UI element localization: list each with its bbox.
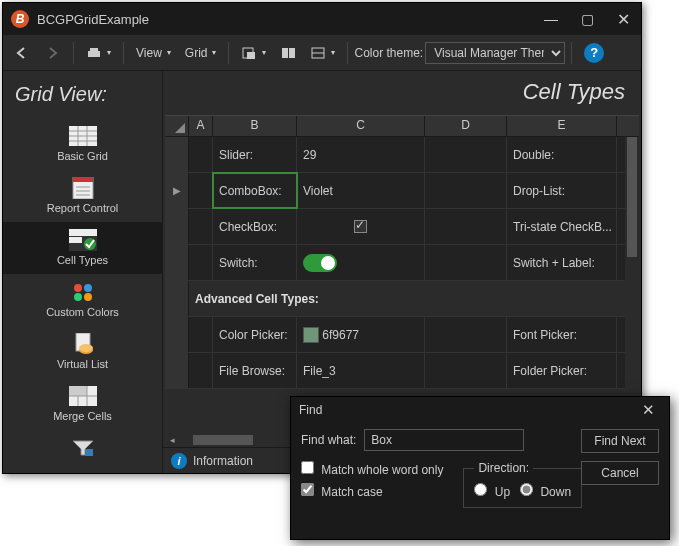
cell-label[interactable]: Switch: bbox=[213, 245, 297, 280]
merge-icon bbox=[67, 384, 99, 408]
cell-value[interactable]: 29 bbox=[297, 137, 425, 172]
grid-row: File Browse: File_3 Folder Picker: bbox=[165, 353, 639, 389]
sidebar-item-merge-cells[interactable]: Merge Cells bbox=[3, 378, 162, 430]
tool-button-3[interactable] bbox=[304, 42, 341, 64]
switch-cell[interactable] bbox=[297, 245, 425, 280]
row-header-current[interactable]: ▶ bbox=[165, 173, 189, 208]
dialog-titlebar: Find ✕ bbox=[291, 397, 669, 423]
status-text: Information bbox=[193, 454, 253, 468]
svg-rect-1 bbox=[90, 48, 98, 51]
grid-row: Slider: 29 Double: bbox=[165, 137, 639, 173]
cell-label[interactable]: Double: bbox=[507, 137, 617, 172]
svg-rect-31 bbox=[69, 386, 87, 396]
grid-row: ▶ ComboBox: Violet Drop-List: bbox=[165, 173, 639, 209]
scrollbar-thumb[interactable] bbox=[193, 435, 253, 445]
cell-label[interactable]: Color Picker: bbox=[213, 317, 297, 352]
cell-label[interactable]: ComboBox: bbox=[213, 173, 297, 208]
grid-row: Color Picker: 6f9677 Font Picker: bbox=[165, 317, 639, 353]
svg-rect-20 bbox=[69, 229, 97, 236]
cancel-button[interactable]: Cancel bbox=[581, 461, 659, 485]
find-dialog: Find ✕ Find what: Match whole word only … bbox=[290, 396, 670, 540]
dialog-close-button[interactable]: ✕ bbox=[635, 401, 661, 419]
cell-label[interactable]: CheckBox: bbox=[213, 209, 297, 244]
col-header-b[interactable]: B bbox=[213, 116, 297, 136]
sidebar: Grid View: Basic Grid Report Control Cel… bbox=[3, 71, 163, 473]
find-next-button[interactable]: Find Next bbox=[581, 429, 659, 453]
cell-label[interactable]: Drop-List: bbox=[507, 173, 617, 208]
svg-point-29 bbox=[79, 344, 93, 352]
svg-rect-3 bbox=[247, 52, 255, 59]
close-button[interactable]: ✕ bbox=[605, 3, 641, 35]
svg-rect-4 bbox=[282, 48, 288, 58]
row-header[interactable] bbox=[165, 137, 189, 172]
print-button[interactable] bbox=[80, 42, 117, 64]
svg-point-23 bbox=[74, 284, 82, 292]
vertical-scrollbar[interactable]: ▾ bbox=[625, 137, 639, 433]
help-button[interactable]: ? bbox=[584, 43, 604, 63]
scrollbar-thumb[interactable] bbox=[627, 137, 637, 257]
grid-menu[interactable]: Grid bbox=[179, 42, 223, 64]
direction-group: Direction: Up Down bbox=[463, 461, 582, 508]
tool-button-2[interactable] bbox=[274, 42, 302, 64]
cell-label[interactable]: Folder Picker: bbox=[507, 353, 617, 388]
select-all-corner[interactable] bbox=[165, 116, 189, 136]
cell-types-icon bbox=[67, 228, 99, 252]
checkbox-icon bbox=[354, 220, 367, 233]
match-case-checkbox[interactable]: Match case bbox=[301, 483, 443, 499]
cell-label[interactable]: Font Picker: bbox=[507, 317, 617, 352]
svg-rect-15 bbox=[73, 177, 93, 182]
color-swatch-icon bbox=[303, 327, 319, 343]
find-what-input[interactable] bbox=[364, 429, 524, 451]
scroll-left-icon[interactable]: ◂ bbox=[165, 435, 179, 445]
checkbox-cell[interactable] bbox=[297, 209, 425, 244]
tool-button-1[interactable] bbox=[235, 42, 272, 64]
theme-label: Color theme: bbox=[354, 46, 423, 60]
direction-up-radio[interactable]: Up bbox=[474, 483, 510, 499]
svg-rect-5 bbox=[289, 48, 295, 58]
svg-point-24 bbox=[84, 284, 92, 292]
direction-label: Direction: bbox=[474, 461, 533, 475]
sidebar-item-report-control[interactable]: Report Control bbox=[3, 170, 162, 222]
sidebar-item-custom-colors[interactable]: Custom Colors bbox=[3, 274, 162, 326]
report-icon bbox=[67, 176, 99, 200]
grid-section-row: Advanced Cell Types: bbox=[165, 281, 639, 317]
cell-label[interactable]: Switch + Label: bbox=[507, 245, 617, 280]
colors-icon bbox=[67, 280, 99, 304]
direction-down-radio[interactable]: Down bbox=[520, 483, 571, 499]
cell-label[interactable]: File Browse: bbox=[213, 353, 297, 388]
filter-icon bbox=[67, 436, 99, 460]
view-menu[interactable]: View bbox=[130, 42, 177, 64]
svg-rect-0 bbox=[88, 51, 100, 57]
maximize-button[interactable]: ▢ bbox=[569, 3, 605, 35]
match-word-checkbox[interactable]: Match whole word only bbox=[301, 461, 443, 477]
info-icon: i bbox=[171, 453, 187, 469]
cell-label[interactable]: Slider: bbox=[213, 137, 297, 172]
sidebar-item-cell-types[interactable]: Cell Types bbox=[3, 222, 162, 274]
titlebar: B BCGPGridExample — ▢ ✕ bbox=[3, 3, 641, 35]
grid-row: Switch: Switch + Label: bbox=[165, 245, 639, 281]
nav-back-button[interactable] bbox=[9, 42, 37, 64]
cell-value[interactable]: File_3 bbox=[297, 353, 425, 388]
col-header-a[interactable]: A bbox=[189, 116, 213, 136]
sidebar-item-virtual-list[interactable]: Virtual List bbox=[3, 326, 162, 378]
svg-rect-35 bbox=[85, 449, 93, 456]
dialog-title: Find bbox=[299, 403, 635, 417]
nav-forward-button[interactable] bbox=[39, 42, 67, 64]
sidebar-title: Grid View: bbox=[3, 79, 162, 118]
color-picker-cell[interactable]: 6f9677 bbox=[297, 317, 425, 352]
cell-value[interactable]: Violet bbox=[297, 173, 425, 208]
theme-select[interactable]: Visual Manager Theme bbox=[425, 42, 565, 64]
find-what-label: Find what: bbox=[301, 433, 356, 447]
sidebar-item-basic-grid[interactable]: Basic Grid bbox=[3, 118, 162, 170]
window-title: BCGPGridExample bbox=[37, 12, 533, 27]
col-header-d[interactable]: D bbox=[425, 116, 507, 136]
grid-icon bbox=[67, 124, 99, 148]
sidebar-item-more[interactable] bbox=[3, 430, 162, 468]
col-header-e[interactable]: E bbox=[507, 116, 617, 136]
minimize-button[interactable]: — bbox=[533, 3, 569, 35]
virtual-list-icon bbox=[67, 332, 99, 356]
svg-point-26 bbox=[84, 293, 92, 301]
section-heading: Advanced Cell Types: bbox=[189, 281, 639, 316]
col-header-c[interactable]: C bbox=[297, 116, 425, 136]
cell-label[interactable]: Tri-state CheckB... bbox=[507, 209, 617, 244]
